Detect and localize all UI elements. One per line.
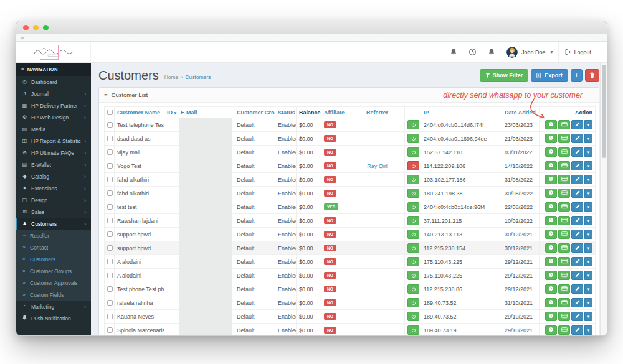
login-store-button[interactable] <box>407 230 419 239</box>
scrollbar-thumb[interactable] <box>602 65 606 158</box>
row-checkbox[interactable] <box>107 163 113 169</box>
sidebar-item-e-wallet[interactable]: ▤E-Wallet› <box>16 159 91 170</box>
column-header-customer-name[interactable]: Customer Name <box>115 107 164 118</box>
delete-button[interactable] <box>585 69 599 82</box>
login-store-button[interactable] <box>407 134 419 143</box>
login-store-button[interactable] <box>407 271 419 280</box>
login-store-button[interactable] <box>407 298 419 307</box>
wallet-button[interactable] <box>558 257 570 266</box>
edit-button[interactable] <box>571 257 583 266</box>
sidebar-subitem-contact[interactable]: »Contact <box>16 241 91 253</box>
sidebar-item-customers[interactable]: ♟Customers› <box>16 218 91 230</box>
edit-button[interactable] <box>571 216 583 225</box>
sidebar-subitem-custom-fields[interactable]: »Custom Fields <box>16 289 91 301</box>
sidebar-subitem-customer-groups[interactable]: »Customer Groups <box>16 265 91 277</box>
sidebar-item-extensions[interactable]: ✦Extensions› <box>16 182 91 194</box>
whatsapp-button[interactable] <box>545 134 557 143</box>
wallet-button[interactable] <box>558 120 570 129</box>
wallet-button[interactable] <box>558 161 570 170</box>
dropdown-toggle-button[interactable]: ▾ <box>584 134 592 143</box>
column-header-affiliate[interactable]: Affiliate <box>321 107 350 118</box>
sidebar-item-hp-delivery-partner[interactable]: ▦HP Delivery Partner› <box>16 100 91 111</box>
column-header-referrer[interactable]: Referrer <box>350 107 405 118</box>
login-store-button[interactable] <box>407 175 419 184</box>
sidebar-item-catalog[interactable]: ◆Catalog› <box>16 170 91 182</box>
whatsapp-button[interactable] <box>545 230 557 239</box>
row-checkbox[interactable] <box>107 218 113 223</box>
sidebar-item-media[interactable]: ▨Media <box>16 123 91 135</box>
export-button[interactable]: Export <box>531 69 568 82</box>
wallet-button[interactable] <box>558 325 570 335</box>
row-checkbox[interactable] <box>107 231 113 237</box>
sidebar-item-hp-web-design[interactable]: ⚙HP Web Design› <box>16 111 91 123</box>
sidebar-item-sales[interactable]: ⊞Sales› <box>16 206 91 218</box>
show-filter-button[interactable]: Show Filter <box>480 69 529 82</box>
wallet-button[interactable] <box>558 189 570 198</box>
login-store-button[interactable] <box>407 189 419 198</box>
column-header-id[interactable]: ID ▾ <box>164 107 178 118</box>
whatsapp-button[interactable] <box>545 325 557 335</box>
dropdown-toggle-button[interactable]: ▾ <box>584 271 592 280</box>
login-store-button[interactable] <box>407 161 419 170</box>
edit-button[interactable] <box>571 134 583 143</box>
wallet-button[interactable] <box>558 243 570 253</box>
sidebar-subitem-reseller[interactable]: »Reseller <box>16 230 91 241</box>
dropdown-toggle-button[interactable]: ▾ <box>584 120 592 129</box>
row-checkbox[interactable] <box>107 314 113 319</box>
wallet-button[interactable] <box>558 175 570 184</box>
login-store-button[interactable] <box>407 257 419 266</box>
whatsapp-button[interactable] <box>545 189 557 198</box>
dropdown-toggle-button[interactable]: ▾ <box>584 230 592 239</box>
dropdown-toggle-button[interactable]: ▾ <box>584 298 592 307</box>
login-store-button[interactable] <box>407 216 419 225</box>
whatsapp-button[interactable] <box>545 271 557 280</box>
sidebar-item-hp-report-statistic[interactable]: ◫HP Report & Statistic› <box>16 135 91 147</box>
column-header-ip[interactable]: IP <box>421 107 502 118</box>
dropdown-toggle-button[interactable]: ▾ <box>584 257 592 266</box>
minimize-window-button[interactable] <box>33 25 39 30</box>
login-store-button[interactable] <box>407 120 419 129</box>
history-button[interactable] <box>463 42 482 62</box>
whatsapp-button[interactable] <box>545 257 557 266</box>
wallet-button[interactable] <box>558 271 570 280</box>
edit-button[interactable] <box>571 120 583 129</box>
edit-button[interactable] <box>571 298 583 307</box>
sidebar-item-dashboard[interactable]: ◷Dashboard <box>16 76 91 88</box>
whatsapp-button[interactable] <box>545 312 557 321</box>
sidebar-subitem-customers[interactable]: »Customers <box>16 253 91 265</box>
login-store-button[interactable] <box>407 312 419 321</box>
notification-bell-button[interactable] <box>444 42 463 62</box>
wallet-button[interactable] <box>558 202 570 212</box>
whatsapp-button[interactable] <box>545 284 557 294</box>
edit-button[interactable] <box>571 161 583 170</box>
whatsapp-button[interactable] <box>545 147 557 157</box>
sidebar-subitem-customer-approvals[interactable]: »Customer Approvals <box>16 277 91 289</box>
row-checkbox[interactable] <box>107 259 113 264</box>
login-store-button[interactable] <box>407 147 419 157</box>
edit-button[interactable] <box>571 271 583 280</box>
column-header-e-mail[interactable]: E-Mail <box>178 107 234 118</box>
sidebar-item-push-notification[interactable]: Push Notification <box>16 312 91 324</box>
whatsapp-button[interactable] <box>545 243 557 253</box>
dropdown-toggle-button[interactable]: ▾ <box>584 312 592 321</box>
edit-button[interactable] <box>571 147 583 157</box>
row-checkbox[interactable] <box>107 136 113 141</box>
row-checkbox[interactable] <box>107 190 113 196</box>
column-header-status[interactable]: Status <box>275 107 297 118</box>
add-customer-button[interactable]: + <box>571 69 583 82</box>
login-store-button[interactable] <box>407 284 419 294</box>
edit-button[interactable] <box>571 284 583 294</box>
row-checkbox[interactable] <box>107 177 113 182</box>
dropdown-toggle-button[interactable]: ▾ <box>584 175 592 184</box>
edit-button[interactable] <box>571 243 583 253</box>
wallet-button[interactable] <box>558 147 570 157</box>
edit-button[interactable] <box>571 230 583 239</box>
row-checkbox[interactable] <box>107 327 113 333</box>
whatsapp-button[interactable] <box>545 202 557 212</box>
row-checkbox[interactable] <box>107 273 113 278</box>
sidebar-item-design[interactable]: ▢Design› <box>16 194 91 206</box>
edit-button[interactable] <box>571 325 583 335</box>
sidebar-item-hp-ultimate-faqs[interactable]: ⚙HP Ultimate FAQs› <box>16 147 91 159</box>
close-window-button[interactable] <box>23 25 29 30</box>
row-checkbox[interactable] <box>107 286 113 292</box>
